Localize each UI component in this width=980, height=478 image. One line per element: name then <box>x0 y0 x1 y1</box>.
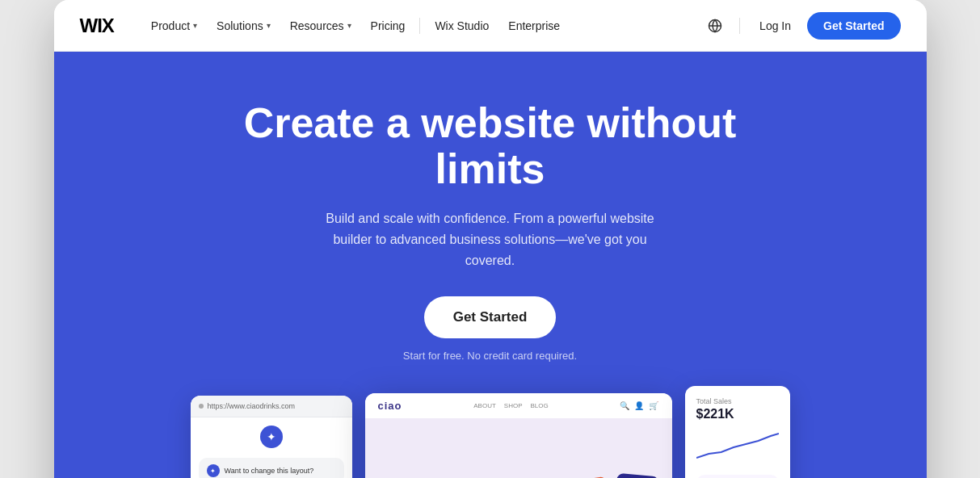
analytics-chart <box>696 430 779 462</box>
nav-divider <box>419 18 420 34</box>
ciao-nav: ciao ABOUT SHOP BLOG 🔍 👤 🛒 <box>365 393 672 418</box>
hero-note: Start for free. No credit card required. <box>403 350 577 362</box>
wix-logo[interactable]: WIX <box>80 15 114 37</box>
ai-chat: ✦ ✦ Want to change this layout? Make it … <box>191 417 352 478</box>
nav-item-pricing[interactable]: Pricing <box>363 15 414 37</box>
search-icon: 🔍 <box>620 401 629 410</box>
nav-item-wix-studio[interactable]: Wix Studio <box>427 15 497 37</box>
ai-panel: https://www.ciaodrinks.com ✦ ✦ Want to c… <box>191 396 352 478</box>
ai-icon: ✦ <box>260 426 283 448</box>
analytics-label: Total Sales <box>696 397 779 405</box>
chevron-down-icon: ▾ <box>267 21 271 30</box>
nav-items: Product ▾ Solutions ▾ Resources ▾ Pricin… <box>143 15 681 37</box>
ciao-hero: Sparkling Fruit Soda SHOP NOW ciao ✦ cia… <box>365 418 672 478</box>
analytics-product: ciao <box>696 475 779 478</box>
chevron-down-icon: ▾ <box>193 21 197 30</box>
analytics-value: $221K <box>696 407 779 421</box>
nav-item-solutions[interactable]: Solutions ▾ <box>208 15 279 37</box>
navbar: WIX Product ▾ Solutions ▾ Resources ▾ Pr… <box>54 0 927 52</box>
nav-right: Log In Get Started <box>704 12 900 40</box>
ciao-nav-items: ABOUT SHOP BLOG <box>473 402 548 409</box>
hero-title: Create a website without limits <box>200 100 781 192</box>
hero-subtitle: Build and scale with confidence. From a … <box>313 208 668 270</box>
ciao-logo: ciao <box>378 400 402 412</box>
ai-bubble-1: ✦ Want to change this layout? <box>199 458 344 478</box>
nav-item-resources[interactable]: Resources ▾ <box>282 15 360 37</box>
url-bar: https://www.ciaodrinks.com <box>191 396 352 417</box>
url-dot <box>199 404 204 409</box>
blue-can: ciao <box>611 473 659 478</box>
user-icon: 👤 <box>634 401 644 410</box>
analytics-panel: Total Sales $221K ciao <box>685 386 790 478</box>
hero-cta-button[interactable]: Get Started <box>424 296 557 338</box>
get-started-nav-button[interactable]: Get Started <box>807 12 900 40</box>
ciao-nav-icons: 🔍 👤 🛒 <box>620 401 658 410</box>
nav-item-product[interactable]: Product ▾ <box>143 15 205 37</box>
chevron-down-icon: ▾ <box>347 21 351 30</box>
nav-divider-2 <box>739 18 740 34</box>
hero-section: Create a website without limits Build an… <box>54 52 927 478</box>
cart-icon: 🛒 <box>649 401 658 410</box>
preview-area: https://www.ciaodrinks.com ✦ ✦ Want to c… <box>86 386 894 478</box>
ciao-cans: ciao ✦ ciao <box>569 475 656 478</box>
login-button[interactable]: Log In <box>753 15 797 37</box>
ai-bubble-icon: ✦ <box>207 464 220 477</box>
globe-icon[interactable] <box>704 15 726 37</box>
nav-item-enterprise[interactable]: Enterprise <box>500 15 568 37</box>
website-preview-panel: ciao ABOUT SHOP BLOG 🔍 👤 🛒 <box>365 393 672 478</box>
browser-frame: WIX Product ▾ Solutions ▾ Resources ▾ Pr… <box>54 0 927 478</box>
